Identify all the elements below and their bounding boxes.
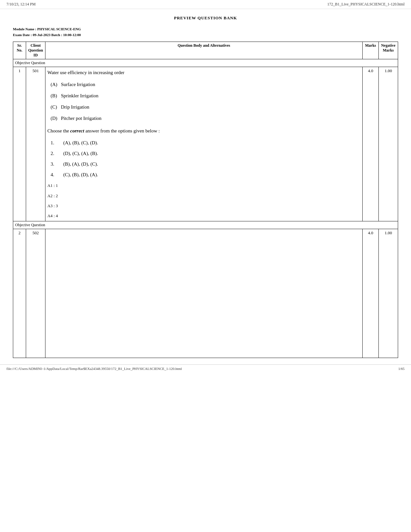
client-question-id-cell: 502 bbox=[26, 229, 45, 358]
answer-option-1: 1. (A), (B), (C), (D). bbox=[51, 139, 360, 147]
table-row: 25024.01.00 bbox=[13, 229, 398, 358]
answer-option-2: 2. (D), (C), (A), (B). bbox=[51, 149, 360, 158]
meta-line-1: A1 : 1 bbox=[47, 182, 360, 189]
question-table: Sr. No. Client Question ID Question Body… bbox=[13, 42, 398, 358]
section-row: Objective Question bbox=[13, 59, 398, 67]
header-question-body: Question Body and Alternatives bbox=[45, 42, 363, 59]
header-marks: Marks bbox=[363, 42, 379, 59]
footer-page: 1/65 bbox=[398, 367, 405, 371]
meta-line-3: A3 : 3 bbox=[47, 202, 360, 209]
exam-date: Exam Date : 09-Jul-2023 Batch : 10:00-12… bbox=[13, 32, 398, 38]
question-text: Water use efficiency in increasing order bbox=[47, 68, 360, 77]
section-row: Objective Question bbox=[13, 221, 398, 229]
choose-correct-text: Choose the correct answer from the optio… bbox=[47, 127, 360, 135]
browser-filename: 172_B1_Live_PHYSICALSCIENCE_1-120.html bbox=[327, 2, 405, 7]
browser-datetime: 7/10/23, 12:14 PM bbox=[6, 2, 35, 7]
meta-line-2: A2 : 2 bbox=[47, 192, 360, 199]
negative-marks-cell: 1.00 bbox=[379, 229, 398, 358]
client-question-id-cell: 501 bbox=[26, 67, 45, 221]
answer-option-4: 4. (C), (B), (D), (A). bbox=[51, 170, 360, 179]
table-row: 1501Water use efficiency in increasing o… bbox=[13, 67, 398, 221]
marks-cell: 4.0 bbox=[363, 67, 379, 221]
footer-path: file:///C:/Users/ADMINI~1/AppData/Local/… bbox=[6, 367, 182, 371]
module-name: Module Name : PHYSICAL SCIENCE-ENG bbox=[13, 26, 398, 32]
option-b: (B)Sprinkler Irrigation bbox=[51, 92, 360, 100]
sr-no-cell: 2 bbox=[13, 229, 26, 358]
option-c: (C)Drip Irrigation bbox=[51, 103, 360, 111]
page-title: PREVIEW QUESTION BANK bbox=[13, 15, 398, 21]
negative-marks-cell: 1.00 bbox=[379, 67, 398, 221]
question-body-cell bbox=[45, 229, 363, 358]
sr-no-cell: 1 bbox=[13, 67, 26, 221]
answer-option-3: 3. (B), (A), (D), (C). bbox=[51, 160, 360, 169]
question-body-cell: Water use efficiency in increasing order… bbox=[45, 67, 363, 221]
option-d: (D)Pitcher pot Irrigation bbox=[51, 114, 360, 123]
marks-cell: 4.0 bbox=[363, 229, 379, 358]
header-negative-marks: Negative Marks bbox=[379, 42, 398, 59]
section-label: Objective Question bbox=[13, 221, 398, 229]
meta-line-4: A4 : 4 bbox=[47, 212, 360, 219]
header-client-question-id: Client Question ID bbox=[26, 42, 45, 59]
option-a: (A)Surface Irrigation bbox=[51, 80, 360, 89]
header-sr-no: Sr. No. bbox=[13, 42, 26, 59]
section-label: Objective Question bbox=[13, 59, 398, 67]
